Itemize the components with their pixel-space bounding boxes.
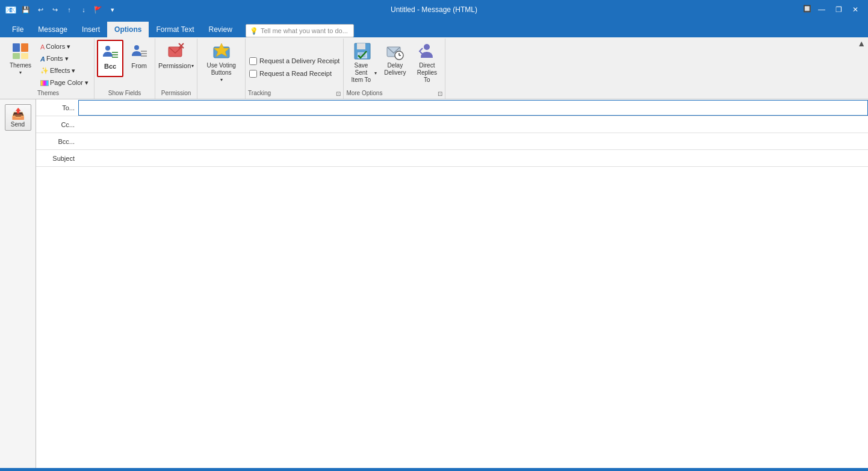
bcc-button[interactable]: Bcc [97, 40, 123, 77]
permission-dropdown-arrow: ▾ [191, 63, 194, 69]
subject-input[interactable] [78, 151, 868, 166]
voting-dropdown-arrow: ▾ [220, 77, 223, 83]
direct-replies-label: DirectReplies To [413, 62, 441, 84]
subject-row: Subject [36, 150, 868, 167]
svg-rect-6 [112, 54, 118, 55]
voting-button[interactable]: Use Voting Buttons ▾ [202, 40, 241, 84]
more-options-label: More Options [346, 89, 437, 98]
effects-button[interactable]: ✨ Effects ▾ [37, 65, 91, 76]
bcc-row: Bcc... [36, 133, 868, 150]
minimize-btn[interactable]: — [814, 3, 829, 16]
ribbon-collapse-btn[interactable]: ▲ [857, 39, 866, 48]
read-receipt-checkbox[interactable] [249, 70, 257, 78]
tab-insert[interactable]: Insert [75, 22, 107, 37]
effects-icon: ✨ [40, 67, 49, 75]
themes-content: Themes ▾ A Colors ▾ A Fonts ▾ ✨ Effects … [5, 40, 91, 89]
page-color-swatch [40, 80, 49, 86]
cc-input[interactable] [78, 117, 868, 133]
quick-save-btn[interactable]: 💾 [20, 4, 31, 15]
svg-rect-0 [13, 43, 20, 52]
permission-button[interactable]: Permission ▾ [160, 40, 193, 77]
delivery-receipt-row[interactable]: Request a Delivery Receipt [248, 57, 341, 66]
colors-button[interactable]: A Colors ▾ [37, 41, 91, 52]
delivery-receipt-label: Request a Delivery Receipt [259, 57, 339, 64]
status-bar [0, 468, 868, 471]
fonts-icon: A [40, 55, 45, 63]
permission-label: Permission [158, 62, 191, 69]
from-button[interactable]: From [126, 40, 152, 77]
restore-btn[interactable]: ❐ [831, 3, 846, 16]
quick-flag-btn[interactable]: 🚩 [93, 4, 104, 15]
ribbon-group-more-options: Save SentItem To ▾ DelayDelivery [344, 39, 445, 99]
voting-icon [212, 42, 231, 61]
cc-row: Cc... [36, 116, 868, 133]
tell-me-box[interactable]: 💡 Tell me what you want to do... [246, 24, 354, 37]
cc-label-btn[interactable]: Cc... [36, 121, 78, 128]
themes-dropdown-arrow: ▾ [19, 70, 22, 75]
save-sent-item-button[interactable]: Save SentItem To ▾ [346, 40, 379, 86]
message-body[interactable] [36, 167, 868, 468]
svg-rect-5 [112, 52, 118, 53]
show-fields-label: Show Fields [97, 89, 152, 98]
to-label-btn[interactable]: To... [36, 104, 78, 111]
email-fields: To... Cc... Bcc... Subject [36, 99, 868, 468]
send-panel: 📤 Send [0, 99, 36, 468]
page-color-label: Page Color ▾ [50, 79, 88, 87]
save-sent-label: Save SentItem To [348, 62, 374, 84]
themes-label: Themes [10, 62, 31, 69]
direct-replies-icon [417, 42, 436, 61]
tab-options[interactable]: Options [107, 22, 149, 37]
ribbon-display-btn[interactable]: 🔲 [802, 3, 813, 14]
quick-up-btn[interactable]: ↑ [64, 4, 75, 15]
svg-rect-1 [21, 43, 28, 52]
page-color-button[interactable]: Page Color ▾ [37, 77, 91, 89]
fonts-label: Fonts ▾ [46, 55, 69, 63]
tracking-content: Request a Delivery Receipt Request a Rea… [248, 40, 341, 89]
title-bar: 📧 💾 ↩ ↪ ↑ ↓ 🚩 ▾ Untitled - Message (HTML… [0, 0, 868, 19]
voting-content: Use Voting Buttons ▾ [202, 40, 241, 95]
tab-file[interactable]: File [5, 22, 31, 37]
bcc-input[interactable] [78, 134, 868, 149]
voting-group-label [200, 95, 243, 98]
tab-message[interactable]: Message [31, 22, 75, 37]
quick-customize-btn[interactable]: ▾ [107, 4, 118, 15]
send-icon: 📤 [11, 107, 25, 120]
show-fields-content: Bcc From [97, 40, 152, 89]
tab-format-text[interactable]: Format Text [149, 22, 201, 37]
tracking-expand-btn[interactable]: ⊡ [335, 90, 341, 96]
bcc-label: Bcc [104, 63, 116, 70]
fonts-button[interactable]: A Fonts ▾ [37, 53, 91, 64]
compose-area: 📤 Send To... Cc... Bcc... Subject [0, 99, 868, 468]
ribbon-content: Themes ▾ A Colors ▾ A Fonts ▾ ✨ Effects … [0, 37, 868, 99]
quick-undo-btn[interactable]: ↩ [35, 4, 46, 15]
themes-button[interactable]: Themes ▾ [5, 40, 36, 77]
ribbon-group-show-fields: Bcc From Show Fields [95, 39, 155, 99]
permission-content: Permission ▾ [160, 40, 193, 89]
theme-small-btns: A Colors ▾ A Fonts ▾ ✨ Effects ▾ Page Co… [37, 41, 91, 89]
more-options-expand-btn[interactable]: ⊡ [437, 90, 442, 96]
svg-rect-2 [13, 53, 20, 59]
ribbon-group-voting: Use Voting Buttons ▾ [197, 39, 246, 99]
to-input[interactable] [78, 100, 868, 116]
svg-point-4 [105, 46, 110, 51]
bcc-icon [101, 42, 120, 61]
delay-delivery-button[interactable]: DelayDelivery [381, 40, 409, 78]
more-options-content: Save SentItem To ▾ DelayDelivery [346, 40, 442, 89]
send-button[interactable]: 📤 Send [5, 104, 31, 131]
delivery-receipt-checkbox[interactable] [249, 57, 257, 65]
bcc-label-btn[interactable]: Bcc... [36, 138, 78, 145]
themes-icon [11, 42, 30, 61]
from-icon [129, 42, 149, 61]
close-btn[interactable]: ✕ [848, 3, 863, 16]
quick-redo-btn[interactable]: ↪ [49, 4, 60, 15]
effects-label: Effects ▾ [50, 67, 75, 75]
colors-label: Colors ▾ [46, 43, 70, 51]
delay-delivery-label: DelayDelivery [384, 62, 406, 76]
svg-point-25 [424, 44, 430, 50]
direct-replies-button[interactable]: DirectReplies To [411, 40, 442, 86]
tab-review[interactable]: Review [202, 22, 240, 37]
quick-down-btn[interactable]: ↓ [78, 4, 89, 15]
read-receipt-row[interactable]: Request a Read Receipt [248, 69, 333, 78]
delay-delivery-icon [385, 42, 405, 61]
themes-group-label: Themes [5, 89, 91, 98]
